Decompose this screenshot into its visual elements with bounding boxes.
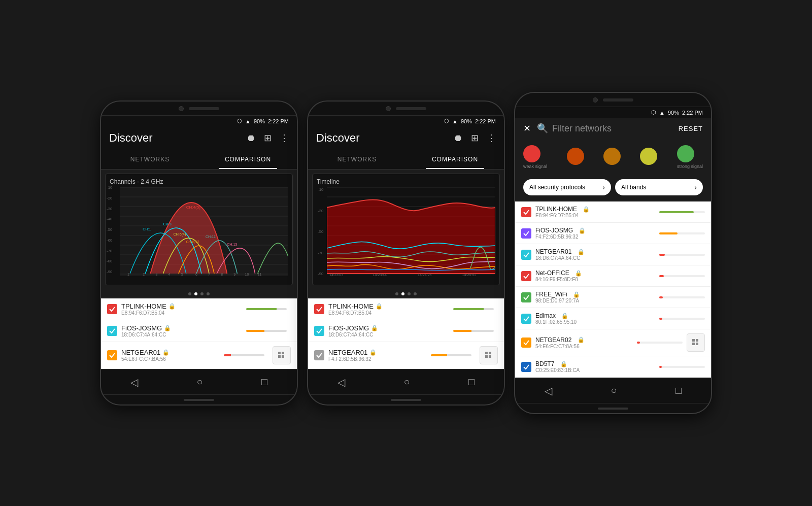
network-item-tplink-1[interactable]: TPLINK-HOME 🔒 E8:94:F6:D7:B5:04 bbox=[101, 298, 297, 320]
lock-icon-fios-1: 🔒 bbox=[164, 325, 171, 331]
svg-rect-50 bbox=[692, 339, 695, 342]
ni-netoffice-3: Net-OFFICE 🔒 84:16:F9:F5:8D:F8 bbox=[535, 269, 655, 282]
chart-title-2: Timeline bbox=[317, 178, 495, 185]
checkbox-tplink-2[interactable] bbox=[314, 304, 324, 314]
network-item-fios-3[interactable]: FiOS-JOSMG 🔒 F4:F2:6D:5B:96:32 bbox=[515, 223, 711, 244]
more-menu-icon-2[interactable]: ⋮ bbox=[487, 132, 496, 144]
sl-bd5t7-3 bbox=[659, 366, 705, 368]
network-mac-netgear-1: 54:E6:FC:C7:BA:56 bbox=[121, 356, 220, 362]
back-btn-2[interactable]: ◁ bbox=[337, 376, 345, 388]
recents-btn-2[interactable]: □ bbox=[468, 376, 475, 388]
checkbox-netgear-1[interactable] bbox=[107, 350, 117, 360]
network-item-netgear-2[interactable]: NETGEAR01 🔒 F4:F2:6D:5B:96:32 bbox=[308, 342, 504, 369]
ni-bd5t7-3: BD5T7 🔒 C0:25:E0:83:1B:CA bbox=[535, 360, 655, 373]
checkbox-fios-2[interactable] bbox=[314, 326, 324, 336]
cb-netgear01-3[interactable] bbox=[521, 250, 531, 260]
network-item-netoffice-3[interactable]: Net-OFFICE 🔒 84:16:F9:F5:8D:F8 bbox=[515, 265, 711, 287]
chart-area-2: Timeline bbox=[312, 174, 500, 285]
back-btn-1[interactable]: ◁ bbox=[130, 376, 138, 388]
cb-tplink-3[interactable] bbox=[521, 207, 531, 217]
filter-sliders-icon-2[interactable]: ⊞ bbox=[471, 132, 479, 144]
nm-edimax-3: 80:1F:02:65:95:10 bbox=[535, 319, 655, 325]
nm-freewifi-3: 98:DE:D0:97:20:7A bbox=[535, 298, 655, 303]
filter-search-bar-3[interactable]: 🔍 Filter networks bbox=[537, 123, 672, 134]
record-button-1[interactable]: ⏺ bbox=[247, 133, 256, 144]
grid-toggle-btn-3[interactable] bbox=[687, 333, 705, 352]
tab-comparison-2[interactable]: COMPARISON bbox=[406, 150, 504, 169]
sl-freewifi-3 bbox=[659, 296, 705, 298]
signal-strong-3[interactable]: strong signal bbox=[677, 145, 703, 169]
nn-edimax-3: Edimax 🔒 bbox=[535, 312, 655, 319]
network-list-3: TPLINK-HOME 🔒 E8:94:F6:D7:B5:04 FiOS-JOS… bbox=[515, 201, 711, 378]
wifi-icon-1: ▲ bbox=[245, 118, 251, 124]
svg-text:9: 9 bbox=[233, 273, 235, 276]
network-name-tplink-1: TPLINK-HOME 🔒 bbox=[121, 302, 242, 310]
svg-text:4: 4 bbox=[168, 273, 171, 276]
signal-weak-3[interactable]: weak signal bbox=[523, 145, 547, 169]
checkbox-netgear-2[interactable] bbox=[314, 350, 324, 360]
home-btn-1[interactable]: ○ bbox=[196, 376, 202, 388]
checkbox-fios-1[interactable] bbox=[107, 326, 117, 336]
svg-text:CH:11: CH:11 bbox=[206, 235, 216, 239]
dot-1 bbox=[188, 292, 191, 295]
network-mac-tplink-1: E8:94:F6:D7:B5:04 bbox=[121, 310, 242, 316]
phone-2: ⬡ ▲ 90% 2:22 PM Discover ⏺ ⊞ ⋮ NETWORKS … bbox=[307, 100, 505, 406]
back-btn-3[interactable]: ◁ bbox=[545, 385, 552, 397]
front-camera-2 bbox=[386, 106, 391, 111]
signal-low-3[interactable] bbox=[567, 148, 584, 166]
home-btn-2[interactable]: ○ bbox=[403, 376, 410, 388]
cb-freewifi-3[interactable] bbox=[521, 292, 531, 302]
timeline-chart-2: 14:23:03 14:23:44 14:24:25 14:25:51 -10 … bbox=[327, 187, 495, 276]
nm-tplink-3: E8:94:F6:D7:B5:04 bbox=[535, 213, 655, 218]
network-item-freewifi-3[interactable]: FREE_WiFi 🔒 98:DE:D0:97:20:7A bbox=[515, 287, 711, 308]
network-info-netgear-1: NETGEAR01 🔒 54:E6:FC:C7:BA:56 bbox=[121, 349, 220, 362]
network-item-netgear-1[interactable]: NETGEAR01 🔒 54:E6:FC:C7:BA:56 bbox=[101, 342, 297, 369]
network-item-netgear02-3[interactable]: NETGEAR02 🔒 54:E6:FC:C7:8A:56 bbox=[515, 329, 711, 356]
tab-networks-1[interactable]: NETWORKS bbox=[101, 150, 199, 169]
home-btn-3[interactable]: ○ bbox=[611, 385, 617, 396]
network-item-fios-1[interactable]: FiOS-JOSMG 🔒 18:D6:C7:4A:64:CC bbox=[101, 320, 297, 342]
svg-text:CH:4(5): CH:4(5) bbox=[186, 205, 200, 210]
earpiece-1 bbox=[189, 107, 219, 110]
tab-networks-2[interactable]: NETWORKS bbox=[308, 150, 406, 169]
nn-fios-3: FiOS-JOSMG 🔒 bbox=[535, 227, 655, 234]
cb-netgear02-3[interactable] bbox=[521, 338, 531, 348]
network-item-edimax-3[interactable]: Edimax 🔒 80:1F:02:65:95:10 bbox=[515, 308, 711, 329]
phone-nav-3: ◁ ○ □ bbox=[515, 378, 711, 403]
network-item-bd5t7-3[interactable]: BD5T7 🔒 C0:25:E0:83:1B:CA bbox=[515, 356, 711, 378]
nm-fios-3: F4:F2:6D:5B:96:32 bbox=[535, 234, 655, 240]
security-protocols-btn-3[interactable]: All security protocols › bbox=[523, 179, 611, 195]
bluetooth-icon-1: ⬡ bbox=[237, 118, 242, 124]
svg-text:CH:3: CH:3 bbox=[163, 222, 172, 226]
svg-text:6: 6 bbox=[195, 273, 197, 276]
signal-good-3[interactable] bbox=[640, 148, 657, 166]
grid-toggle-btn-2[interactable] bbox=[480, 346, 498, 364]
more-menu-icon-1[interactable]: ⋮ bbox=[280, 132, 289, 144]
close-icon-3[interactable]: ✕ bbox=[523, 123, 531, 134]
record-button-2[interactable]: ⏺ bbox=[454, 133, 463, 144]
cb-bd5t7-3[interactable] bbox=[521, 362, 531, 372]
app-title-2: Discover bbox=[316, 131, 360, 145]
cb-edimax-3[interactable] bbox=[521, 314, 531, 324]
tab-comparison-1[interactable]: COMPARISON bbox=[199, 150, 297, 169]
bottom-bar-2 bbox=[391, 399, 421, 401]
reset-button-3[interactable]: RESET bbox=[679, 125, 703, 132]
network-info-fios-2: FiOS-JOSMG 🔒 18:D6:C7:4A:64:CC bbox=[328, 324, 449, 338]
network-item-tplink-3[interactable]: TPLINK-HOME 🔒 E8:94:F6:D7:B5:04 bbox=[515, 201, 711, 223]
recents-btn-1[interactable]: □ bbox=[261, 376, 267, 388]
cb-fios-3[interactable] bbox=[521, 228, 531, 239]
network-item-tplink-2[interactable]: TPLINK-HOME 🔒 E8:94:F6:D7:B5:04 bbox=[308, 298, 504, 320]
grid-toggle-btn-1[interactable] bbox=[273, 346, 291, 364]
signal-mid-3[interactable] bbox=[603, 148, 621, 166]
nm-bd5t7-3: C0:25:E0:83:1B:CA bbox=[535, 367, 655, 373]
time-2: 2:22 PM bbox=[475, 118, 496, 124]
recents-btn-3[interactable]: □ bbox=[675, 385, 682, 396]
all-bands-btn-3[interactable]: All bands › bbox=[615, 179, 703, 195]
network-item-netgear01-3[interactable]: NETGEAR01 🔒 18:D6:C7:4A:64:CC bbox=[515, 244, 711, 265]
phone-top-bezel-2 bbox=[308, 102, 504, 116]
chart-area-1: Channels - 2.4 GHz -10-20-30-40-50-60-70… bbox=[105, 174, 293, 285]
filter-sliders-icon-1[interactable]: ⊞ bbox=[264, 132, 272, 144]
checkbox-tplink-1[interactable] bbox=[107, 304, 117, 314]
cb-netoffice-3[interactable] bbox=[521, 271, 531, 281]
network-item-fios-2[interactable]: FiOS-JOSMG 🔒 18:D6:C7:4A:64:CC bbox=[308, 320, 504, 342]
